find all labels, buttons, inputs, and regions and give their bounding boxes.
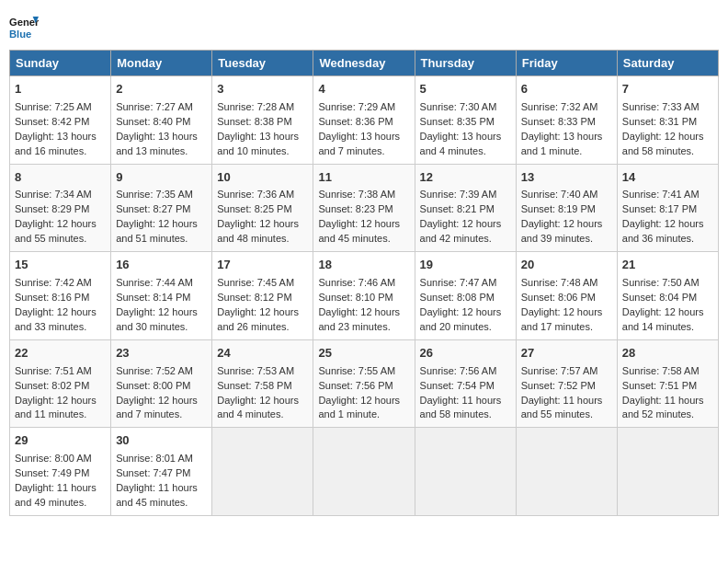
- day-info-line: Daylight: 12 hours: [622, 130, 713, 144]
- logo-icon: General Blue: [9, 13, 39, 42]
- cell-week3-day3: 17Sunrise: 7:45 AMSunset: 8:12 PMDayligh…: [212, 252, 313, 340]
- day-info-line: Sunrise: 7:40 AM: [521, 188, 612, 202]
- day-info-line: Daylight: 12 hours: [420, 305, 511, 320]
- day-info-line: Sunset: 8:21 PM: [420, 202, 511, 217]
- day-info-line: Daylight: 11 hours: [420, 394, 511, 408]
- day-info-line: Daylight: 13 hours: [521, 130, 612, 144]
- header-cell-tuesday: Tuesday: [212, 51, 313, 76]
- day-info-line: Sunset: 8:14 PM: [116, 291, 207, 305]
- day-number: 15: [15, 257, 106, 274]
- day-info-line: Sunrise: 7:38 AM: [318, 188, 409, 202]
- day-info-line: Sunrise: 7:48 AM: [521, 276, 612, 291]
- day-info-line: and 30 minutes.: [116, 320, 207, 335]
- day-info-line: Sunrise: 7:34 AM: [15, 188, 106, 202]
- cell-week5-day7: [617, 428, 718, 516]
- day-number: 2: [116, 81, 207, 98]
- day-info-line: Sunrise: 7:51 AM: [15, 364, 106, 379]
- day-info-line: Daylight: 12 hours: [15, 394, 106, 408]
- cell-week1-day4: 4Sunrise: 7:29 AMSunset: 8:36 PMDaylight…: [313, 76, 415, 165]
- day-info-line: Sunset: 7:56 PM: [318, 379, 409, 394]
- day-info-line: and 58 minutes.: [622, 144, 713, 159]
- day-info-line: Sunrise: 7:36 AM: [217, 188, 308, 202]
- day-info-line: Daylight: 12 hours: [116, 394, 207, 408]
- cell-week4-day3: 24Sunrise: 7:53 AMSunset: 7:58 PMDayligh…: [212, 339, 313, 428]
- cell-week2-day7: 14Sunrise: 7:41 AMSunset: 8:17 PMDayligh…: [617, 164, 718, 252]
- day-info-line: and 20 minutes.: [420, 320, 511, 335]
- day-info-line: Daylight: 11 hours: [15, 481, 106, 496]
- day-info-line: and 55 minutes.: [15, 232, 106, 247]
- day-info-line: Sunset: 7:58 PM: [217, 379, 308, 394]
- day-info-line: and 4 minutes.: [420, 144, 511, 159]
- day-info-line: Sunset: 8:08 PM: [420, 291, 511, 305]
- day-info-line: Sunrise: 7:28 AM: [217, 100, 308, 115]
- day-info-line: Sunset: 8:00 PM: [116, 379, 207, 394]
- day-info-line: Sunrise: 7:58 AM: [622, 364, 713, 379]
- day-info-line: Daylight: 12 hours: [217, 394, 308, 408]
- day-info-line: Sunset: 8:33 PM: [521, 115, 612, 130]
- day-info-line: Sunrise: 7:55 AM: [318, 364, 409, 379]
- day-info-line: Daylight: 12 hours: [15, 217, 106, 232]
- cell-week4-day6: 27Sunrise: 7:57 AMSunset: 7:52 PMDayligh…: [516, 339, 617, 428]
- cell-week1-day6: 6Sunrise: 7:32 AMSunset: 8:33 PMDaylight…: [516, 76, 617, 165]
- day-info-line: Sunrise: 7:46 AM: [318, 276, 409, 291]
- day-info-line: and 48 minutes.: [217, 232, 308, 247]
- day-info-line: Sunset: 8:27 PM: [116, 202, 207, 217]
- day-info-line: Daylight: 13 hours: [318, 130, 409, 144]
- day-info-line: Sunset: 8:17 PM: [622, 202, 713, 217]
- cell-week2-day2: 9Sunrise: 7:35 AMSunset: 8:27 PMDaylight…: [111, 164, 212, 252]
- day-info-line: Sunrise: 7:39 AM: [420, 188, 511, 202]
- day-info-line: Daylight: 12 hours: [217, 217, 308, 232]
- day-info-line: Daylight: 11 hours: [521, 394, 612, 408]
- day-number: 23: [116, 345, 207, 362]
- day-info-line: Daylight: 12 hours: [318, 217, 409, 232]
- day-info-line: Daylight: 12 hours: [622, 217, 713, 232]
- day-info-line: Sunset: 8:36 PM: [318, 115, 409, 130]
- day-info-line: Sunrise: 7:44 AM: [116, 276, 207, 291]
- day-info-line: Sunset: 7:54 PM: [420, 379, 511, 394]
- day-info-line: and 1 minute.: [318, 408, 409, 422]
- day-number: 29: [15, 432, 106, 450]
- cell-week3-day2: 16Sunrise: 7:44 AMSunset: 8:14 PMDayligh…: [111, 252, 212, 340]
- day-number: 28: [622, 345, 713, 362]
- cell-week2-day5: 12Sunrise: 7:39 AMSunset: 8:21 PMDayligh…: [415, 164, 516, 252]
- day-number: 27: [521, 345, 612, 362]
- day-info-line: Sunrise: 8:00 AM: [15, 452, 106, 466]
- day-number: 30: [116, 432, 207, 450]
- header-row: SundayMondayTuesdayWednesdayThursdayFrid…: [10, 51, 719, 76]
- day-info-line: Daylight: 13 hours: [420, 130, 511, 144]
- day-info-line: and 52 minutes.: [622, 408, 713, 422]
- cell-week5-day4: [313, 428, 415, 516]
- cell-week5-day6: [516, 428, 617, 516]
- cell-week3-day1: 15Sunrise: 7:42 AMSunset: 8:16 PMDayligh…: [10, 252, 111, 340]
- day-info-line: Sunrise: 7:35 AM: [116, 188, 207, 202]
- day-info-line: Sunrise: 7:42 AM: [15, 276, 106, 291]
- day-info-line: Sunset: 8:19 PM: [521, 202, 612, 217]
- day-info-line: Daylight: 13 hours: [116, 130, 207, 144]
- cell-week2-day4: 11Sunrise: 7:38 AMSunset: 8:23 PMDayligh…: [313, 164, 415, 252]
- cell-week2-day6: 13Sunrise: 7:40 AMSunset: 8:19 PMDayligh…: [516, 164, 617, 252]
- cell-week3-day6: 20Sunrise: 7:48 AMSunset: 8:06 PMDayligh…: [516, 252, 617, 340]
- day-info-line: Sunrise: 7:56 AM: [420, 364, 511, 379]
- day-info-line: and 33 minutes.: [15, 320, 106, 335]
- header-cell-thursday: Thursday: [415, 51, 516, 76]
- day-info-line: Daylight: 11 hours: [622, 394, 713, 408]
- week-row-2: 8Sunrise: 7:34 AMSunset: 8:29 PMDaylight…: [10, 164, 719, 252]
- day-info-line: and 45 minutes.: [116, 496, 207, 511]
- day-info-line: Sunrise: 7:33 AM: [622, 100, 713, 115]
- day-info-line: Sunset: 7:51 PM: [622, 379, 713, 394]
- day-number: 10: [217, 169, 308, 187]
- day-number: 21: [622, 257, 713, 274]
- day-info-line: Sunrise: 7:25 AM: [15, 100, 106, 115]
- cell-week1-day7: 7Sunrise: 7:33 AMSunset: 8:31 PMDaylight…: [617, 76, 718, 165]
- day-info-line: and 45 minutes.: [318, 232, 409, 247]
- day-number: 8: [15, 169, 106, 187]
- cell-week3-day5: 19Sunrise: 7:47 AMSunset: 8:08 PMDayligh…: [415, 252, 516, 340]
- week-row-1: 1Sunrise: 7:25 AMSunset: 8:42 PMDaylight…: [10, 76, 719, 165]
- page-header: General Blue: [9, 9, 719, 42]
- cell-week2-day1: 8Sunrise: 7:34 AMSunset: 8:29 PMDaylight…: [10, 164, 111, 252]
- day-info-line: and 11 minutes.: [15, 408, 106, 422]
- day-number: 9: [116, 169, 207, 187]
- week-row-4: 22Sunrise: 7:51 AMSunset: 8:02 PMDayligh…: [10, 339, 719, 428]
- day-info-line: and 51 minutes.: [116, 232, 207, 247]
- day-info-line: and 58 minutes.: [420, 408, 511, 422]
